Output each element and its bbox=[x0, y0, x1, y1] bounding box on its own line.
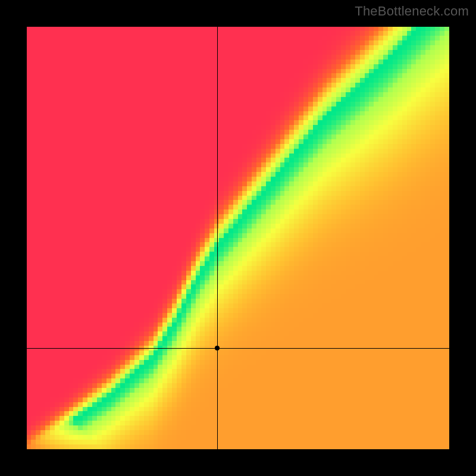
bottleneck-heatmap bbox=[27, 27, 449, 449]
chart-frame: TheBottleneck.com bbox=[0, 0, 476, 476]
attribution-label: TheBottleneck.com bbox=[355, 4, 469, 19]
